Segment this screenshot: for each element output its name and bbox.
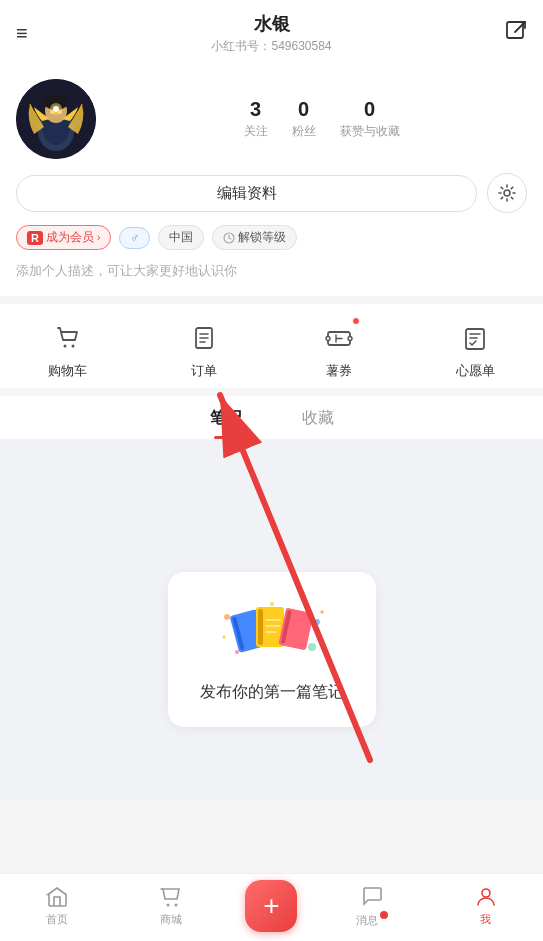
level-tag[interactable]: 解锁等级 bbox=[212, 225, 297, 250]
order-icon-wrap bbox=[186, 320, 222, 356]
stat-followers[interactable]: 0 粉丝 bbox=[292, 98, 316, 140]
settings-button[interactable] bbox=[487, 173, 527, 213]
wishlist-icon-wrap bbox=[457, 320, 493, 356]
edit-profile-button[interactable]: 编辑资料 bbox=[16, 175, 477, 212]
gender-tag: ♂ bbox=[119, 227, 150, 249]
share-icon[interactable] bbox=[491, 20, 527, 47]
coupon-badge bbox=[352, 317, 360, 325]
followers-label: 粉丝 bbox=[292, 123, 316, 140]
stats-row: 3 关注 0 粉丝 0 获赞与收藏 bbox=[116, 98, 527, 140]
cart-label: 购物车 bbox=[48, 362, 87, 380]
coupon-label: 薯券 bbox=[326, 362, 352, 380]
svg-point-33 bbox=[482, 889, 490, 897]
profile-name: 水银 bbox=[52, 12, 491, 36]
nav-profile[interactable]: 我 bbox=[446, 885, 526, 927]
followers-count: 0 bbox=[292, 98, 316, 121]
tabs-bar: 笔记 收藏 bbox=[0, 396, 543, 439]
nav-shop[interactable]: 商城 bbox=[131, 885, 211, 927]
svg-point-10 bbox=[504, 190, 510, 196]
svg-point-9 bbox=[58, 110, 62, 114]
svg-point-20 bbox=[314, 619, 320, 625]
svg-point-17 bbox=[348, 337, 352, 341]
svg-rect-18 bbox=[466, 329, 484, 349]
nav-messages[interactable]: 消息 bbox=[332, 884, 412, 928]
svg-point-16 bbox=[326, 337, 330, 341]
tags-row: R 成为会员 › ♂ 中国 解锁等级 bbox=[16, 225, 527, 250]
action-cart[interactable]: 购物车 bbox=[38, 320, 98, 380]
following-label: 关注 bbox=[244, 123, 268, 140]
action-order[interactable]: 订单 bbox=[174, 320, 234, 380]
svg-point-22 bbox=[308, 643, 316, 651]
svg-rect-0 bbox=[507, 22, 523, 38]
nav-home[interactable]: 首页 bbox=[17, 885, 97, 927]
wishlist-label: 心愿单 bbox=[456, 362, 495, 380]
empty-state: 发布你的第一篇笔记 bbox=[168, 572, 376, 727]
avatar[interactable] bbox=[16, 79, 96, 159]
bottom-nav: 首页 商城 + 消息 我 bbox=[0, 873, 543, 941]
likes-label: 获赞与收藏 bbox=[340, 123, 400, 140]
svg-point-32 bbox=[175, 903, 178, 906]
action-wishlist[interactable]: 心愿单 bbox=[445, 320, 505, 380]
edit-row: 编辑资料 bbox=[16, 173, 527, 213]
books-illustration bbox=[212, 592, 332, 672]
nav-add-button[interactable]: + bbox=[245, 880, 297, 932]
quick-actions: 购物车 订单 薯券 bbox=[0, 304, 543, 388]
coupon-icon-wrap bbox=[321, 320, 357, 356]
region-tag: 中国 bbox=[158, 225, 204, 250]
top-bar: ≡ 水银 小红书号：549630584 bbox=[0, 0, 543, 63]
main-content: 发布你的第一篇笔记 bbox=[0, 439, 543, 799]
nav-shop-label: 商城 bbox=[160, 912, 182, 927]
svg-point-21 bbox=[235, 650, 239, 654]
svg-point-13 bbox=[71, 345, 74, 348]
tab-favorites[interactable]: 收藏 bbox=[302, 408, 334, 439]
svg-point-7 bbox=[53, 106, 59, 112]
likes-count: 0 bbox=[340, 98, 400, 121]
profile-section: 3 关注 0 粉丝 0 获赞与收藏 编辑资料 R 成为会员 › bbox=[0, 63, 543, 296]
tab-notes[interactable]: 笔记 bbox=[210, 408, 242, 439]
svg-rect-27 bbox=[258, 609, 263, 645]
empty-state-text: 发布你的第一篇笔记 bbox=[200, 682, 344, 703]
nav-home-label: 首页 bbox=[46, 912, 68, 927]
nav-profile-label: 我 bbox=[480, 912, 491, 927]
menu-icon[interactable]: ≡ bbox=[16, 22, 52, 45]
bio-text: 添加个人描述，可让大家更好地认识你 bbox=[16, 262, 527, 280]
stat-following[interactable]: 3 关注 bbox=[244, 98, 268, 140]
messages-notification-dot bbox=[380, 911, 388, 919]
action-coupon[interactable]: 薯券 bbox=[309, 320, 369, 380]
top-bar-center: 水银 小红书号：549630584 bbox=[52, 12, 491, 55]
nav-messages-label: 消息 bbox=[356, 911, 388, 928]
profile-id: 小红书号：549630584 bbox=[52, 38, 491, 55]
svg-point-12 bbox=[63, 345, 66, 348]
svg-point-8 bbox=[50, 110, 54, 114]
svg-point-23 bbox=[270, 602, 274, 606]
stat-likes[interactable]: 0 获赞与收藏 bbox=[340, 98, 400, 140]
svg-point-31 bbox=[167, 903, 170, 906]
member-tag[interactable]: R 成为会员 › bbox=[16, 225, 111, 250]
nav-add-item[interactable]: + bbox=[245, 880, 297, 932]
profile-top: 3 关注 0 粉丝 0 获赞与收藏 bbox=[16, 79, 527, 159]
cart-icon-wrap bbox=[50, 320, 86, 356]
svg-point-19 bbox=[224, 614, 230, 620]
following-count: 3 bbox=[244, 98, 268, 121]
order-label: 订单 bbox=[191, 362, 217, 380]
